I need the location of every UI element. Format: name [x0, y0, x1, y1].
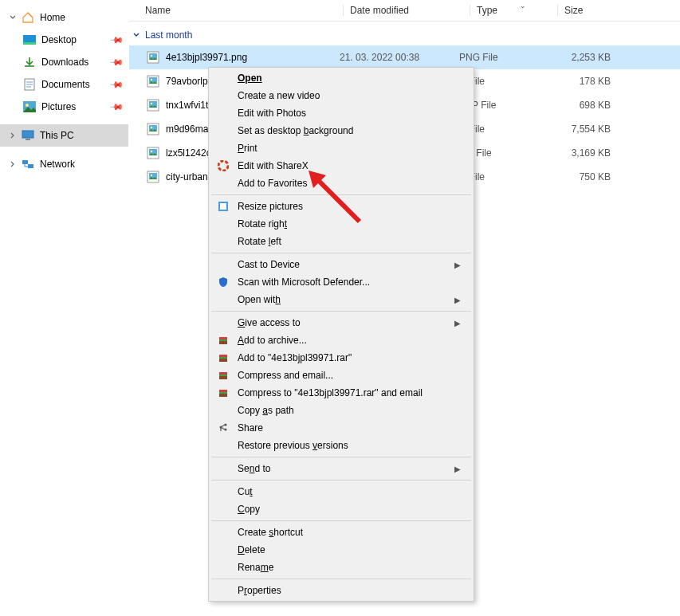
sidebar-item-pictures[interactable]: Pictures 📌: [0, 96, 128, 118]
sidebar-item-home[interactable]: Home: [0, 6, 128, 29]
svg-point-23: [151, 151, 152, 152]
menu-compress-email[interactable]: Compress and email...: [210, 367, 472, 384]
svg-rect-35: [219, 357, 227, 359]
menu-send-to[interactable]: Send to▶: [210, 460, 472, 477]
image-file-icon: [145, 145, 161, 161]
svg-rect-8: [28, 164, 33, 168]
menu-add-archive[interactable]: Add to archive...: [210, 332, 472, 349]
file-size: 750 KB: [547, 171, 627, 182]
menu-rotate-right[interactable]: Rotate right: [210, 215, 472, 233]
file-name: city-urban-: [166, 171, 211, 182]
menu-separator: [211, 253, 471, 253]
menu-create-shortcut[interactable]: Create shortcut: [210, 524, 472, 541]
file-name: m9d96ma9: [166, 124, 214, 135]
sidebar-item-network[interactable]: Network: [0, 153, 128, 175]
sidebar-item-downloads[interactable]: Downloads 📌: [0, 51, 128, 73]
menu-defender[interactable]: Scan with Microsoft Defender...: [210, 273, 472, 291]
svg-point-14: [151, 79, 152, 80]
chevron-down-icon: [8, 13, 18, 22]
sidebar-label-home: Home: [40, 12, 65, 23]
sidebar-label-documents: Documents: [41, 79, 90, 90]
menu-properties[interactable]: Properties: [210, 582, 472, 599]
sidebar-item-thispc[interactable]: This PC: [0, 124, 128, 147]
sidebar-label-network: Network: [40, 159, 75, 170]
svg-rect-37: [219, 372, 227, 375]
sidebar-label-thispc: This PC: [40, 130, 74, 141]
column-date[interactable]: Date modified: [350, 5, 470, 16]
menu-separator: [211, 194, 471, 195]
menu-compress-rar-email[interactable]: Compress to "4e13bjpl39971.rar" and emai…: [210, 384, 472, 402]
menu-separator: [211, 457, 471, 457]
svg-rect-31: [219, 337, 227, 339]
column-name[interactable]: Name: [145, 5, 343, 16]
menu-edit-sharex[interactable]: Edit with ShareX: [210, 157, 472, 175]
image-file-icon: [145, 49, 161, 65]
menu-rename[interactable]: Rename: [210, 559, 472, 576]
svg-rect-5: [22, 131, 33, 138]
menu-share[interactable]: Share: [210, 419, 472, 437]
file-size: 698 KB: [547, 100, 627, 111]
menu-add-rar[interactable]: Add to "4e13bjpl39971.rar": [210, 349, 472, 367]
sidebar-item-documents[interactable]: Documents 📌: [0, 73, 128, 96]
home-icon: [21, 10, 35, 25]
menu-separator: [211, 579, 471, 579]
sharex-icon: [215, 159, 231, 172]
image-file-icon: [145, 73, 161, 89]
image-file-icon: [145, 169, 161, 185]
svg-point-11: [151, 55, 152, 57]
menu-open[interactable]: Open: [210, 69, 472, 87]
column-size[interactable]: Size: [557, 5, 633, 16]
svg-point-27: [218, 161, 228, 171]
menu-rotate-left[interactable]: Rotate left: [210, 233, 472, 250]
network-icon: [21, 157, 35, 171]
svg-rect-1: [23, 42, 36, 45]
svg-rect-34: [219, 355, 227, 357]
menu-copy-path[interactable]: Copy as path: [210, 402, 472, 419]
menu-add-favorites[interactable]: Add to Favorites: [210, 175, 472, 192]
file-name: 79avborlpy: [166, 76, 213, 87]
menu-cast-device[interactable]: Cast to Device▶: [210, 256, 472, 273]
svg-point-42: [225, 424, 227, 426]
menu-separator: [211, 311, 471, 312]
group-header[interactable]: Last month: [129, 22, 680, 45]
pin-icon: 📌: [108, 32, 124, 47]
column-type[interactable]: Type: [470, 5, 557, 16]
file-date: 21. 03. 2022 00:38: [340, 52, 459, 63]
menu-restore-versions[interactable]: Restore previous versions: [210, 437, 472, 454]
submenu-arrow-icon: ▶: [448, 312, 467, 334]
file-name: 4e13bjpl39971.png: [166, 52, 247, 63]
menu-open-with[interactable]: Open with▶: [210, 291, 472, 308]
menu-print[interactable]: Print: [210, 139, 472, 157]
menu-give-access[interactable]: Give access to▶: [210, 314, 472, 332]
navigation-pane: Home Desktop 📌 Downloads 📌 Documents 📌: [0, 0, 129, 616]
downloads-icon: [22, 55, 37, 69]
menu-edit-photos[interactable]: Edit with Photos: [210, 104, 472, 122]
submenu-arrow-icon: ▶: [448, 289, 467, 311]
shield-icon: [215, 276, 231, 288]
svg-rect-32: [219, 339, 227, 341]
documents-icon: [22, 77, 37, 92]
winrar-icon: [215, 369, 231, 382]
svg-rect-41: [219, 392, 227, 394]
svg-rect-38: [219, 375, 227, 376]
svg-point-20: [151, 127, 152, 128]
menu-resize-pictures[interactable]: Resize pictures: [210, 198, 472, 215]
sidebar-label-pictures: Pictures: [41, 101, 76, 112]
menu-copy[interactable]: Copy: [210, 500, 472, 518]
menu-set-background[interactable]: Set as desktop background: [210, 122, 472, 139]
menu-delete[interactable]: Delete: [210, 541, 472, 559]
submenu-arrow-icon: ▶: [448, 254, 467, 276]
file-size: 178 KB: [547, 76, 627, 87]
svg-rect-6: [26, 139, 30, 140]
winrar-icon: [215, 351, 231, 364]
pin-icon: 📌: [108, 99, 124, 114]
sort-indicator-icon: ⌄: [520, 2, 526, 10]
winrar-icon: [215, 334, 231, 347]
menu-cut[interactable]: Cut: [210, 483, 472, 500]
menu-create-video[interactable]: Create a new video: [210, 87, 472, 104]
file-row[interactable]: 4e13bjpl39971.png21. 03. 2022 00:38PNG F…: [129, 45, 680, 69]
svg-point-43: [220, 426, 222, 429]
file-type: PNG File: [459, 52, 547, 63]
pin-icon: 📌: [108, 54, 124, 69]
sidebar-item-desktop[interactable]: Desktop 📌: [0, 29, 128, 51]
